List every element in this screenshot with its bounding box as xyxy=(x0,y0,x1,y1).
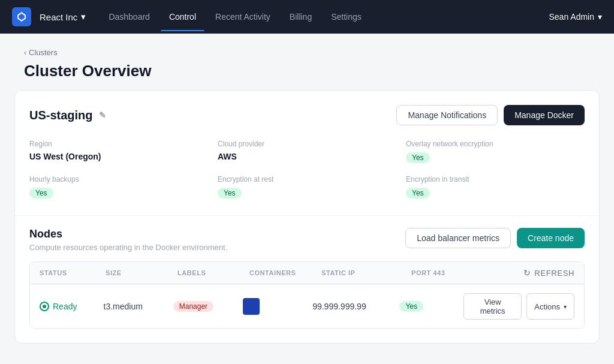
info-overlay-badge: Yes xyxy=(406,152,430,163)
view-metrics-button[interactable]: View metrics xyxy=(463,293,522,320)
breadcrumb-back-icon: ‹ xyxy=(24,49,26,57)
info-region: Region US West (Oregon) xyxy=(29,140,208,163)
row-static-ip: 99.999.999.99 xyxy=(312,302,399,311)
nav-link-recent-activity[interactable]: Recent Activity xyxy=(207,8,279,25)
row-labels: Manager xyxy=(173,301,243,312)
user-name: Sean Admin xyxy=(549,12,595,22)
edit-cluster-icon[interactable]: ✎ xyxy=(99,110,106,120)
nodes-table: Status Size Labels Containers Static IP … xyxy=(29,261,585,329)
cluster-name-group: US-staging ✎ xyxy=(29,109,106,122)
main-card: US-staging ✎ Manage Notifications Manage… xyxy=(14,90,600,344)
nav-links: Dashboard Control Recent Activity Billin… xyxy=(100,8,549,25)
load-balancer-button[interactable]: Load balancer metrics xyxy=(405,228,511,248)
breadcrumb[interactable]: ‹ Clusters xyxy=(24,48,590,57)
cluster-name: US-staging xyxy=(29,109,93,122)
cluster-info-grid: Region US West (Oregon) Cloud provider A… xyxy=(29,140,585,198)
th-refresh-spacer: ↻ Refresh xyxy=(523,268,574,278)
info-backups-label: Hourly backups xyxy=(29,175,208,183)
port-badge: Yes xyxy=(399,301,423,312)
actions-chevron-icon: ▾ xyxy=(564,303,567,310)
manage-docker-button[interactable]: Manage Docker xyxy=(504,105,585,125)
page-header: ‹ Clusters Cluster Overview xyxy=(0,34,614,90)
th-static-ip: Static IP xyxy=(321,269,411,276)
logo-svg xyxy=(16,11,28,23)
info-cloud-value: AWS xyxy=(218,152,396,161)
refresh-button[interactable]: ↻ Refresh xyxy=(523,268,574,278)
info-enc-rest-badge: Yes xyxy=(218,188,242,198)
th-status: Status xyxy=(40,269,106,276)
company-name: React Inc xyxy=(40,12,77,22)
nav-user[interactable]: Sean Admin ▾ xyxy=(549,12,603,22)
navbar: React Inc ▾ Dashboard Control Recent Act… xyxy=(0,0,614,34)
create-node-button[interactable]: Create node xyxy=(517,228,585,248)
info-encryption-transit: Encryption in transit Yes xyxy=(406,175,585,198)
cluster-header: US-staging ✎ Manage Notifications Manage… xyxy=(29,105,585,125)
th-size: Size xyxy=(106,269,177,276)
info-enc-transit-badge: Yes xyxy=(406,188,430,198)
actions-label: Actions xyxy=(534,302,560,311)
cluster-action-buttons: Manage Notifications Manage Docker xyxy=(396,105,585,125)
th-containers: Containers xyxy=(249,269,321,276)
status-dot-inner xyxy=(43,305,46,308)
nodes-action-buttons: Load balancer metrics Create node xyxy=(405,228,585,248)
info-region-label: Region xyxy=(29,140,208,148)
row-size: t3.medium xyxy=(104,302,173,311)
table-row: Ready t3.medium Manager 99.999.999.99 Ye… xyxy=(30,284,584,328)
refresh-icon: ↻ xyxy=(523,268,531,278)
nav-link-settings[interactable]: Settings xyxy=(323,8,370,25)
status-dot xyxy=(40,302,49,311)
row-port: Yes xyxy=(399,301,463,312)
info-enc-rest-label: Encryption at rest xyxy=(218,175,396,183)
refresh-label: Refresh xyxy=(534,269,574,278)
info-cloud-label: Cloud provider xyxy=(218,140,396,148)
nodes-info: Nodes Compute resources operating in the… xyxy=(29,228,227,252)
page-title: Cluster Overview xyxy=(24,62,590,80)
nodes-title: Nodes xyxy=(29,228,227,240)
nav-logo xyxy=(12,7,35,26)
logo-icon xyxy=(12,7,31,26)
nav-link-control[interactable]: Control xyxy=(161,8,204,25)
row-status: Ready xyxy=(40,302,104,311)
nav-link-billing[interactable]: Billing xyxy=(281,8,320,25)
info-backups-badge: Yes xyxy=(29,188,53,198)
status-text: Ready xyxy=(53,302,77,311)
status-ready-badge: Ready xyxy=(40,302,104,311)
nodes-subtitle: Compute resources operating in the Docke… xyxy=(29,243,227,252)
actions-button[interactable]: Actions ▾ xyxy=(526,293,574,320)
info-overlay-encryption: Overlay network encryption Yes xyxy=(406,140,585,163)
manage-notifications-button[interactable]: Manage Notifications xyxy=(396,105,498,125)
nav-link-dashboard[interactable]: Dashboard xyxy=(100,8,158,25)
th-port: Port 443 xyxy=(411,269,477,276)
nav-company[interactable]: React Inc ▾ xyxy=(40,11,86,22)
row-actions: View metrics Actions ▾ xyxy=(463,293,574,320)
table-header-row: Status Size Labels Containers Static IP … xyxy=(30,262,584,284)
breadcrumb-label: Clusters xyxy=(29,48,58,57)
info-encryption-rest: Encryption at rest Yes xyxy=(218,175,396,198)
th-labels: Labels xyxy=(177,269,249,276)
container-icon xyxy=(243,298,260,315)
info-hourly-backups: Hourly backups Yes xyxy=(29,175,208,198)
company-chevron: ▾ xyxy=(81,11,86,22)
user-chevron: ▾ xyxy=(598,12,602,22)
nodes-header: Nodes Compute resources operating in the… xyxy=(29,228,585,252)
row-containers xyxy=(243,298,312,315)
section-divider xyxy=(15,215,599,216)
label-badge: Manager xyxy=(173,301,213,312)
info-overlay-label: Overlay network encryption xyxy=(406,140,585,148)
info-cloud-provider: Cloud provider AWS xyxy=(218,140,396,163)
info-region-value: US West (Oregon) xyxy=(29,152,208,161)
info-enc-transit-label: Encryption in transit xyxy=(406,175,585,183)
